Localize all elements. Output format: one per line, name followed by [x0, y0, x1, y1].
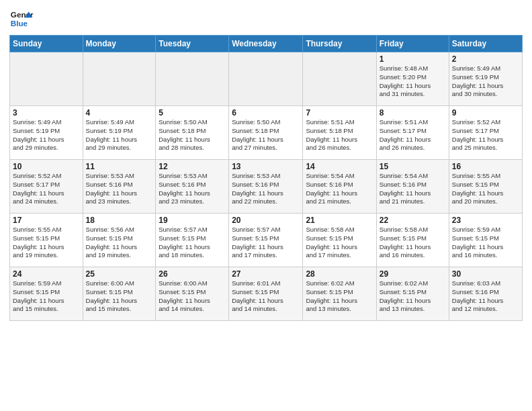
logo-icon: General Blue	[9, 7, 34, 31]
day-cell: 17Sunrise: 5:55 AM Sunset: 5:15 PM Dayli…	[10, 214, 83, 267]
day-number: 30	[452, 269, 519, 279]
weekday-wednesday: Wednesday	[229, 36, 303, 52]
day-number: 2	[452, 54, 519, 64]
day-number: 6	[232, 108, 300, 118]
day-cell: 20Sunrise: 5:57 AM Sunset: 5:15 PM Dayli…	[229, 214, 303, 267]
day-cell: 14Sunrise: 5:54 AM Sunset: 5:16 PM Dayli…	[303, 160, 376, 214]
day-number: 21	[306, 216, 373, 225]
day-info: Sunrise: 5:49 AM Sunset: 5:19 PM Dayligh…	[13, 118, 80, 152]
day-cell: 10Sunrise: 5:52 AM Sunset: 5:17 PM Dayli…	[10, 160, 83, 214]
day-cell	[229, 52, 303, 106]
week-row-2: 10Sunrise: 5:52 AM Sunset: 5:17 PM Dayli…	[10, 160, 523, 214]
day-info: Sunrise: 5:58 AM Sunset: 5:15 PM Dayligh…	[380, 226, 446, 260]
day-cell: 29Sunrise: 6:02 AM Sunset: 5:15 PM Dayli…	[376, 267, 449, 321]
day-info: Sunrise: 5:53 AM Sunset: 5:16 PM Dayligh…	[86, 172, 153, 206]
day-info: Sunrise: 5:57 AM Sunset: 5:15 PM Dayligh…	[232, 226, 300, 260]
day-cell: 16Sunrise: 5:55 AM Sunset: 5:15 PM Dayli…	[449, 160, 522, 214]
day-cell: 3Sunrise: 5:49 AM Sunset: 5:19 PM Daylig…	[10, 106, 83, 160]
calendar: SundayMondayTuesdayWednesdayThursdayFrid…	[9, 35, 523, 321]
day-info: Sunrise: 5:49 AM Sunset: 5:19 PM Dayligh…	[452, 64, 519, 99]
day-number: 23	[452, 216, 519, 225]
day-number: 28	[306, 269, 373, 279]
day-number: 12	[159, 162, 226, 171]
day-info: Sunrise: 5:49 AM Sunset: 5:19 PM Dayligh…	[86, 118, 153, 152]
day-info: Sunrise: 5:59 AM Sunset: 5:15 PM Dayligh…	[452, 226, 519, 260]
week-row-1: 3Sunrise: 5:49 AM Sunset: 5:19 PM Daylig…	[10, 106, 523, 160]
day-number: 17	[13, 216, 80, 225]
day-info: Sunrise: 5:51 AM Sunset: 5:17 PM Dayligh…	[380, 118, 446, 152]
day-info: Sunrise: 6:00 AM Sunset: 5:15 PM Dayligh…	[86, 279, 153, 314]
day-cell: 5Sunrise: 5:50 AM Sunset: 5:18 PM Daylig…	[156, 106, 229, 160]
day-info: Sunrise: 5:55 AM Sunset: 5:15 PM Dayligh…	[13, 226, 80, 260]
day-number: 3	[13, 108, 80, 118]
day-number: 16	[452, 162, 519, 171]
day-number: 5	[159, 108, 226, 118]
day-info: Sunrise: 6:02 AM Sunset: 5:15 PM Dayligh…	[380, 279, 446, 314]
day-info: Sunrise: 5:58 AM Sunset: 5:15 PM Dayligh…	[306, 226, 373, 260]
day-cell: 1Sunrise: 5:48 AM Sunset: 5:20 PM Daylig…	[376, 52, 449, 106]
day-cell: 4Sunrise: 5:49 AM Sunset: 5:19 PM Daylig…	[83, 106, 156, 160]
day-info: Sunrise: 5:50 AM Sunset: 5:18 PM Dayligh…	[159, 118, 226, 152]
day-number: 9	[452, 108, 519, 118]
day-number: 11	[86, 162, 153, 171]
day-info: Sunrise: 5:52 AM Sunset: 5:17 PM Dayligh…	[452, 118, 519, 152]
day-cell	[10, 52, 83, 106]
day-info: Sunrise: 5:55 AM Sunset: 5:15 PM Dayligh…	[452, 172, 519, 206]
day-number: 10	[13, 162, 80, 171]
day-cell: 15Sunrise: 5:54 AM Sunset: 5:16 PM Dayli…	[376, 160, 449, 214]
weekday-thursday: Thursday	[303, 36, 376, 52]
day-cell: 28Sunrise: 6:02 AM Sunset: 5:15 PM Dayli…	[303, 267, 376, 321]
day-info: Sunrise: 5:53 AM Sunset: 5:16 PM Dayligh…	[159, 172, 226, 206]
weekday-header-row: SundayMondayTuesdayWednesdayThursdayFrid…	[10, 36, 523, 52]
day-cell: 19Sunrise: 5:57 AM Sunset: 5:15 PM Dayli…	[156, 214, 229, 267]
week-row-0: 1Sunrise: 5:48 AM Sunset: 5:20 PM Daylig…	[10, 52, 523, 106]
day-number: 19	[159, 216, 226, 225]
day-info: Sunrise: 5:56 AM Sunset: 5:15 PM Dayligh…	[86, 226, 153, 260]
day-cell: 2Sunrise: 5:49 AM Sunset: 5:19 PM Daylig…	[449, 52, 522, 106]
day-cell: 12Sunrise: 5:53 AM Sunset: 5:16 PM Dayli…	[156, 160, 229, 214]
weekday-sunday: Sunday	[10, 36, 83, 52]
day-cell: 27Sunrise: 6:01 AM Sunset: 5:15 PM Dayli…	[229, 267, 303, 321]
day-info: Sunrise: 5:50 AM Sunset: 5:18 PM Dayligh…	[232, 118, 300, 152]
day-cell: 11Sunrise: 5:53 AM Sunset: 5:16 PM Dayli…	[83, 160, 156, 214]
svg-text:Blue: Blue	[11, 19, 28, 28]
day-cell: 30Sunrise: 6:03 AM Sunset: 5:16 PM Dayli…	[449, 267, 522, 321]
day-info: Sunrise: 6:03 AM Sunset: 5:16 PM Dayligh…	[452, 279, 519, 314]
week-row-4: 24Sunrise: 5:59 AM Sunset: 5:15 PM Dayli…	[10, 267, 523, 321]
day-cell: 24Sunrise: 5:59 AM Sunset: 5:15 PM Dayli…	[10, 267, 83, 321]
day-info: Sunrise: 6:00 AM Sunset: 5:15 PM Dayligh…	[159, 279, 226, 314]
day-number: 25	[86, 269, 153, 279]
day-cell	[303, 52, 376, 106]
day-number: 13	[232, 162, 300, 171]
weekday-tuesday: Tuesday	[156, 36, 229, 52]
day-number: 4	[86, 108, 153, 118]
day-cell: 8Sunrise: 5:51 AM Sunset: 5:17 PM Daylig…	[376, 106, 449, 160]
day-number: 24	[13, 269, 80, 279]
day-number: 26	[159, 269, 226, 279]
day-cell: 25Sunrise: 6:00 AM Sunset: 5:15 PM Dayli…	[83, 267, 156, 321]
page: General Blue SundayMondayTuesdayWednesda…	[0, 0, 532, 328]
weekday-monday: Monday	[83, 36, 156, 52]
day-info: Sunrise: 5:57 AM Sunset: 5:15 PM Dayligh…	[159, 226, 226, 260]
day-cell: 26Sunrise: 6:00 AM Sunset: 5:15 PM Dayli…	[156, 267, 229, 321]
day-cell	[83, 52, 156, 106]
day-info: Sunrise: 5:53 AM Sunset: 5:16 PM Dayligh…	[232, 172, 300, 206]
weekday-saturday: Saturday	[449, 36, 522, 52]
day-cell: 7Sunrise: 5:51 AM Sunset: 5:18 PM Daylig…	[303, 106, 376, 160]
day-info: Sunrise: 5:59 AM Sunset: 5:15 PM Dayligh…	[13, 279, 80, 314]
day-info: Sunrise: 5:54 AM Sunset: 5:16 PM Dayligh…	[380, 172, 446, 206]
day-info: Sunrise: 6:02 AM Sunset: 5:15 PM Dayligh…	[306, 279, 373, 314]
day-number: 22	[380, 216, 446, 225]
day-number: 20	[232, 216, 300, 225]
weekday-friday: Friday	[376, 36, 449, 52]
day-number: 18	[86, 216, 153, 225]
day-cell: 13Sunrise: 5:53 AM Sunset: 5:16 PM Dayli…	[229, 160, 303, 214]
day-cell: 21Sunrise: 5:58 AM Sunset: 5:15 PM Dayli…	[303, 214, 376, 267]
day-info: Sunrise: 5:51 AM Sunset: 5:18 PM Dayligh…	[306, 118, 373, 152]
week-row-3: 17Sunrise: 5:55 AM Sunset: 5:15 PM Dayli…	[10, 214, 523, 267]
day-info: Sunrise: 5:52 AM Sunset: 5:17 PM Dayligh…	[13, 172, 80, 206]
day-cell: 9Sunrise: 5:52 AM Sunset: 5:17 PM Daylig…	[449, 106, 522, 160]
day-cell: 6Sunrise: 5:50 AM Sunset: 5:18 PM Daylig…	[229, 106, 303, 160]
day-number: 8	[380, 108, 446, 118]
logo: General Blue	[9, 7, 34, 31]
